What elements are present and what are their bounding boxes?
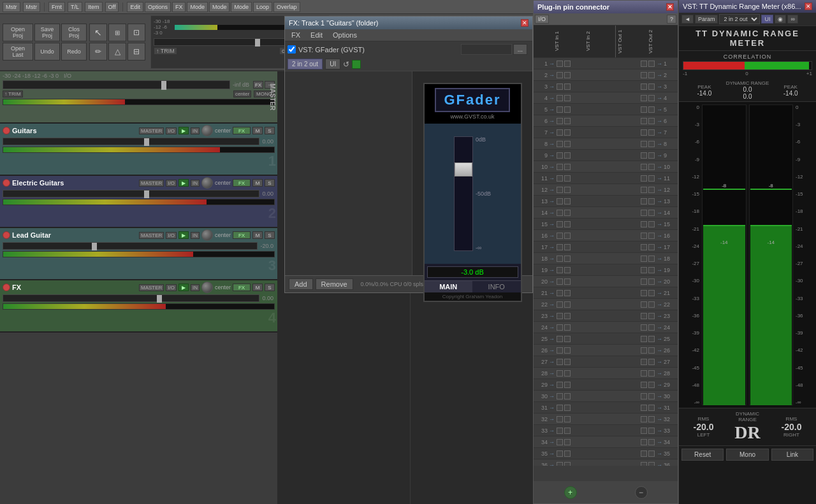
mode-btn3[interactable]: Mode [231, 2, 252, 12]
guitars-fader-thumb[interactable] [144, 138, 149, 146]
mode-btn2[interactable]: Mode [209, 2, 230, 12]
pin-dot-left2[interactable] [564, 405, 571, 411]
pin-dot-right1[interactable] [641, 313, 647, 319]
pin-dot-left2[interactable] [564, 244, 571, 250]
pin-dot-left1[interactable] [557, 301, 563, 308]
pin-dot-right2[interactable] [648, 278, 655, 285]
pin-dot-left1[interactable] [557, 129, 563, 136]
pin-dot-right1[interactable] [641, 175, 647, 182]
dr-mono-icon-btn[interactable]: ◉ [775, 15, 786, 24]
item-btn[interactable]: Item [85, 2, 103, 12]
pin-dot-left1[interactable] [557, 152, 563, 159]
pin-dot-right1[interactable] [641, 382, 647, 388]
pin-dot-right2[interactable] [648, 324, 655, 331]
pin-dot-right1[interactable] [641, 359, 647, 365]
pin-dot-left1[interactable] [557, 72, 563, 78]
pin-dot-left1[interactable] [557, 187, 563, 193]
trim-tool[interactable]: △ [108, 43, 126, 61]
pin-dot-left1[interactable] [557, 118, 563, 124]
pin-dot-left2[interactable] [564, 61, 571, 67]
pin-dot-left1[interactable] [557, 336, 563, 342]
master-fader-track[interactable] [154, 38, 299, 46]
guitars-play-btn[interactable]: ▶ [178, 127, 189, 134]
pin-dot-right2[interactable] [648, 210, 655, 216]
pin-dot-right1[interactable] [641, 118, 647, 124]
redo-btn[interactable]: Redo [61, 43, 87, 61]
dr-expand-btn[interactable]: ◄ [681, 15, 694, 24]
pin-dot-right2[interactable] [648, 83, 655, 90]
pin-dot-left2[interactable] [564, 450, 571, 457]
plugin-enable-checkbox[interactable] [288, 45, 296, 54]
dr-link-icon-btn[interactable]: ∞ [787, 15, 798, 24]
mstr-btn1[interactable]: Mstr [3, 2, 20, 12]
pin-dot-right1[interactable] [641, 187, 647, 193]
pin-dot-left1[interactable] [557, 462, 563, 466]
pin-dot-right1[interactable] [641, 416, 647, 422]
fx-menu-btn[interactable]: FX [172, 2, 186, 12]
pin-dot-left1[interactable] [557, 405, 563, 411]
pin-dot-left1[interactable] [557, 256, 563, 262]
lead-fader[interactable] [3, 242, 258, 250]
pin-dot-left1[interactable] [557, 416, 563, 422]
pin-dot-right1[interactable] [641, 72, 647, 78]
pin-dot-left2[interactable] [564, 118, 571, 124]
pin-dot-left1[interactable] [557, 267, 563, 273]
plugin-active-indicator[interactable] [352, 60, 361, 69]
pin-dot-right2[interactable] [648, 106, 655, 113]
pin-dot-right2[interactable] [648, 393, 655, 400]
pin-dot-right2[interactable] [648, 439, 655, 445]
master-fx-btn[interactable]: FX [253, 81, 263, 89]
envelope-tool[interactable]: ⊡ [127, 24, 145, 41]
gfader-info-tab[interactable]: INFO [472, 281, 521, 292]
pin-dot-right1[interactable] [641, 324, 647, 331]
electric-io-badge[interactable]: I/O [166, 180, 177, 187]
pin-dot-right1[interactable] [641, 129, 647, 136]
pin-dot-left2[interactable] [564, 347, 571, 354]
pin-dot-right1[interactable] [641, 405, 647, 411]
gfader-handle[interactable] [455, 162, 472, 176]
master-fader-full-thumb[interactable] [161, 81, 166, 90]
master-fader-thumb[interactable] [255, 39, 260, 47]
gfader-main-tab[interactable]: MAIN [425, 281, 473, 292]
pin-dot-left1[interactable] [557, 198, 563, 205]
options-btn[interactable]: Options [145, 2, 171, 12]
pin-dot-right2[interactable] [648, 313, 655, 319]
pin-dot-right1[interactable] [641, 462, 647, 466]
pin-dot-right2[interactable] [648, 347, 655, 354]
pin-dot-right1[interactable] [641, 267, 647, 273]
guitars-pan-knob[interactable] [201, 125, 213, 136]
fx-fader-thumb[interactable] [157, 295, 162, 303]
plugin-dots-btn[interactable]: ... [513, 44, 527, 55]
pin-dot-right2[interactable] [648, 61, 655, 67]
pin-dot-left2[interactable] [564, 267, 571, 273]
pin-dot-right2[interactable] [648, 95, 655, 101]
pin-dot-right2[interactable] [648, 141, 655, 147]
pin-dot-right1[interactable] [641, 95, 647, 101]
pin-dot-right1[interactable] [641, 347, 647, 354]
pin-dot-right2[interactable] [648, 462, 655, 466]
pin-dot-right1[interactable] [641, 278, 647, 285]
pin-dot-right1[interactable] [641, 141, 647, 147]
electric-fader[interactable] [3, 190, 259, 198]
pin-dot-right2[interactable] [648, 152, 655, 159]
dr-meter-close[interactable]: ✕ [805, 3, 812, 10]
lead-s-btn[interactable]: S [265, 231, 275, 239]
fx-add-btn[interactable]: Add [289, 278, 313, 290]
pin-dot-right1[interactable] [641, 256, 647, 262]
pin-dot-left2[interactable] [564, 439, 571, 445]
pin-dot-left2[interactable] [564, 141, 571, 147]
pin-dot-left2[interactable] [564, 359, 571, 365]
overlap-btn[interactable]: Overlap [273, 2, 300, 12]
pin-dot-right2[interactable] [648, 267, 655, 273]
pin-io-btn[interactable]: I/O [535, 15, 549, 24]
fx-io-badge[interactable]: I/O [166, 284, 177, 291]
pin-dot-right1[interactable] [641, 152, 647, 159]
guitars-fader[interactable] [3, 138, 259, 145]
fx-play-btn[interactable]: ▶ [178, 284, 189, 291]
pin-dot-left2[interactable] [564, 313, 571, 319]
pin-dot-left2[interactable] [564, 187, 571, 193]
grid-tool[interactable]: ⊞ [108, 24, 126, 41]
pin-dot-left1[interactable] [557, 244, 563, 250]
pin-dot-left2[interactable] [564, 152, 571, 159]
pin-dot-left2[interactable] [564, 301, 571, 308]
